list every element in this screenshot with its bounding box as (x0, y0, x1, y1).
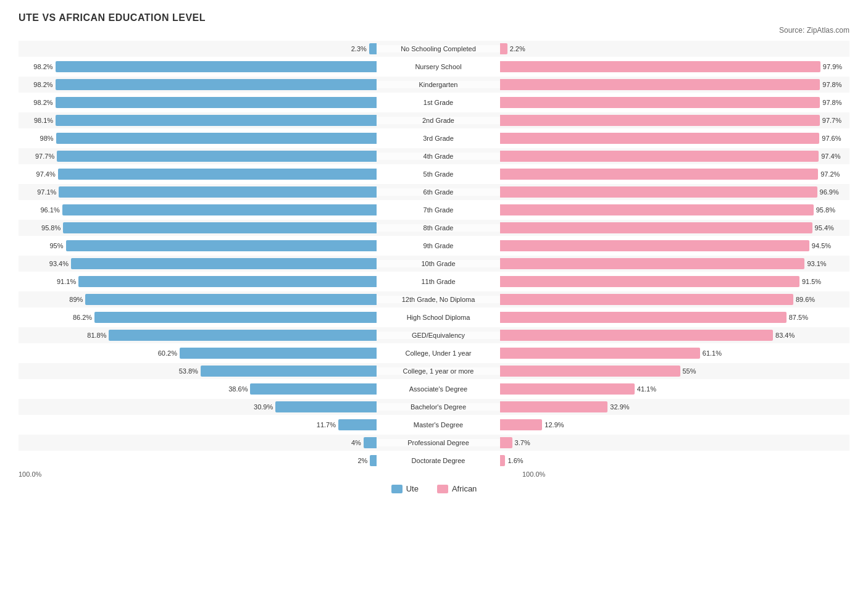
row-label: Kindergarten (377, 81, 500, 88)
chart-row: 98.1% 2nd Grade 97.7% (19, 112, 849, 128)
african-bar (500, 419, 542, 430)
african-value: 97.8% (822, 99, 845, 106)
row-label: College, Under 1 year (377, 349, 500, 357)
left-bar-container: 97.4% (19, 169, 377, 180)
row-label: Bachelor's Degree (377, 403, 500, 411)
african-value: 97.4% (821, 153, 843, 160)
african-bar (500, 79, 820, 90)
left-bar-container: 97.1% (19, 186, 377, 198)
chart-row: 38.6% Associate's Degree 41.1% (19, 381, 849, 397)
african-value: 97.9% (823, 63, 845, 70)
ute-bar (180, 348, 377, 359)
left-bar-container: 2.3% (19, 43, 377, 54)
right-bar-container: 97.6% (500, 133, 858, 144)
african-value: 1.6% (507, 457, 530, 464)
african-value: 97.8% (822, 81, 845, 88)
african-bar (500, 348, 700, 359)
chart-row: 2% Doctorate Degree 1.6% (19, 453, 849, 469)
right-bar-container: 12.9% (500, 419, 858, 430)
ute-value: 91.1% (54, 278, 76, 285)
chart-row: 98.2% 1st Grade 97.8% (19, 94, 849, 111)
ute-value: 30.9% (251, 403, 273, 411)
left-bar-container: 60.2% (19, 348, 377, 359)
african-value: 55% (683, 367, 705, 375)
left-bar-container: 11.7% (19, 419, 377, 430)
african-value: 94.5% (812, 242, 834, 249)
right-bar-container: 32.9% (500, 401, 858, 412)
axis-left-label: 100.0% (19, 470, 399, 478)
ute-bar (109, 330, 377, 341)
chart-row: 2.3% No Schooling Completed 2.2% (19, 41, 849, 57)
ute-value: 2% (345, 457, 367, 464)
african-value: 2.2% (510, 45, 532, 52)
ute-label: Ute (406, 484, 419, 493)
ute-value: 98.2% (31, 81, 53, 88)
african-value: 32.9% (610, 403, 632, 411)
chart-row: 98.2% Nursery School 97.9% (19, 59, 849, 75)
african-bar (500, 222, 812, 233)
ute-bar (63, 222, 377, 233)
ute-color-swatch (391, 485, 403, 493)
ute-value: 86.2% (70, 314, 92, 321)
chart-row: 96.1% 7th Grade 95.8% (19, 202, 849, 218)
right-bar-container: 95.4% (500, 222, 858, 233)
african-value: 97.2% (820, 170, 843, 178)
right-bar-container: 97.2% (500, 169, 858, 180)
left-bar-container: 86.2% (19, 312, 377, 323)
right-bar-container: 87.5% (500, 312, 858, 323)
chart-row: 11.7% Master's Degree 12.9% (19, 417, 849, 433)
row-label: 10th Grade (377, 260, 500, 267)
african-bar (500, 204, 814, 215)
ute-value: 98.2% (31, 63, 53, 70)
row-label: 1st Grade (377, 99, 500, 106)
ute-bar (56, 97, 377, 108)
row-label: 9th Grade (377, 242, 500, 249)
african-bar (500, 437, 512, 448)
ute-bar (71, 258, 377, 269)
right-bar-container: 1.6% (500, 455, 858, 466)
chart-container: 2.3% No Schooling Completed 2.2% 98.2% N… (19, 41, 849, 469)
ute-value: 60.2% (155, 349, 177, 357)
african-bar (500, 151, 819, 162)
left-bar-container: 98.1% (19, 115, 377, 126)
african-bar (500, 240, 809, 251)
row-label: 7th Grade (377, 206, 500, 214)
chart-row: 4% Professional Degree 3.7% (19, 435, 849, 451)
ute-value: 38.6% (225, 385, 248, 393)
ute-bar (56, 79, 377, 90)
ute-value: 93.4% (46, 260, 69, 267)
african-value: 3.7% (515, 439, 537, 446)
chart-row: 97.7% 4th Grade 97.4% (19, 148, 849, 164)
african-bar (500, 383, 635, 395)
ute-value: 95% (41, 242, 64, 249)
ute-bar (56, 61, 377, 72)
african-value: 97.7% (822, 117, 845, 124)
ute-value: 4% (339, 439, 361, 446)
ute-value: 97.4% (33, 170, 56, 178)
row-label: Doctorate Degree (377, 457, 500, 464)
african-bar (500, 186, 817, 198)
left-bar-container: 53.8% (19, 366, 377, 377)
right-bar-container: 2.2% (500, 43, 858, 54)
row-label: Master's Degree (377, 421, 500, 429)
chart-row: 98.2% Kindergarten 97.8% (19, 77, 849, 93)
left-bar-container: 98.2% (19, 79, 377, 90)
chart-row: 95.8% 8th Grade 95.4% (19, 220, 849, 236)
right-bar-container: 41.1% (500, 383, 858, 395)
row-label: 2nd Grade (377, 117, 500, 124)
legend-african: African (437, 484, 477, 493)
african-value: 83.4% (775, 332, 798, 339)
row-label: Professional Degree (377, 439, 500, 446)
african-color-swatch (437, 485, 448, 493)
row-label: GED/Equivalency (377, 332, 500, 339)
chart-row: 30.9% Bachelor's Degree 32.9% (19, 399, 849, 415)
ute-value: 95.8% (38, 224, 61, 232)
ute-bar (85, 294, 377, 305)
ute-bar (370, 455, 377, 466)
african-bar (500, 455, 505, 466)
ute-value: 96.1% (38, 206, 60, 214)
chart-row: 97.4% 5th Grade 97.2% (19, 166, 849, 182)
row-label: 4th Grade (377, 153, 500, 160)
row-label: 8th Grade (377, 224, 500, 232)
right-bar-container: 94.5% (500, 240, 858, 251)
